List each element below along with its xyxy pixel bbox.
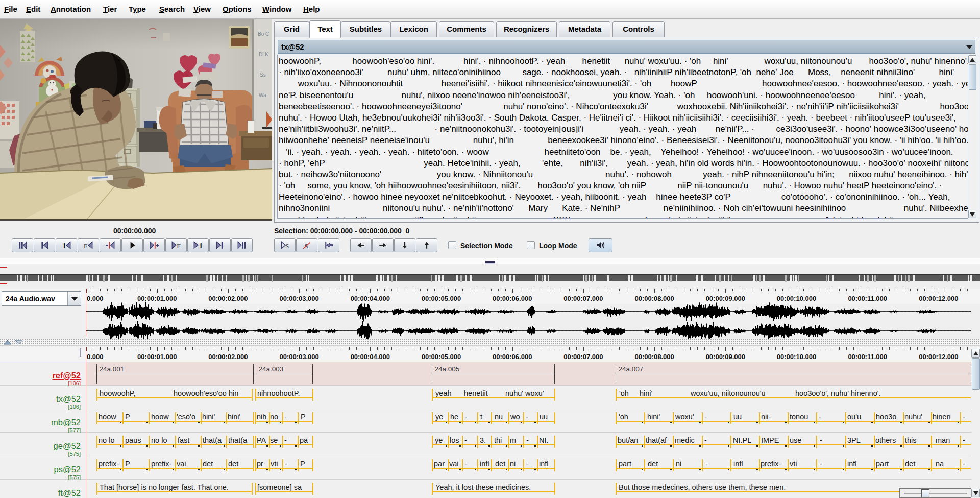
svg-text:Ss: Ss (260, 72, 266, 78)
svg-text:1: 1 (62, 242, 66, 249)
svg-text:Wa: Wa (259, 92, 266, 98)
svg-text:Di K: Di K (259, 52, 268, 57)
svg-text:F: F (84, 242, 88, 249)
svg-text:F: F (177, 242, 181, 249)
svg-text:1: 1 (199, 242, 203, 249)
svg-text:S: S (285, 243, 289, 249)
svg-text:Bo C: Bo C (258, 31, 269, 37)
